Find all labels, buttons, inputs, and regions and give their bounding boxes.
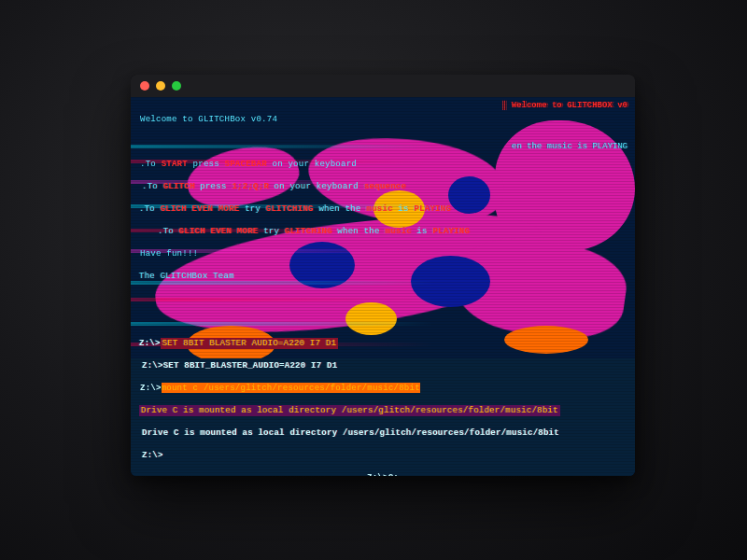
minimize-icon[interactable] (156, 81, 165, 91)
close-icon[interactable] (140, 81, 149, 91)
change-drive: Z:\>C: (140, 472, 626, 476)
zoom-icon[interactable] (172, 81, 181, 91)
window: ║ Welcome to GLITCHBOX v0 en the music i… (131, 75, 635, 476)
welcome-line: Welcome to GLITCHBox v0.74 (140, 114, 626, 125)
team-line: The GLITCHBox Team (139, 271, 625, 282)
prompt-empty: Z:\> (142, 450, 627, 461)
terminal[interactable]: ║ Welcome to GLITCHBOX v0 en the music i… (131, 97, 635, 476)
terminal-output: Welcome to GLITCHBox v0.74 .To START pre… (131, 97, 635, 476)
titlebar (131, 75, 635, 97)
have-fun: Have fun!!! (140, 248, 626, 259)
